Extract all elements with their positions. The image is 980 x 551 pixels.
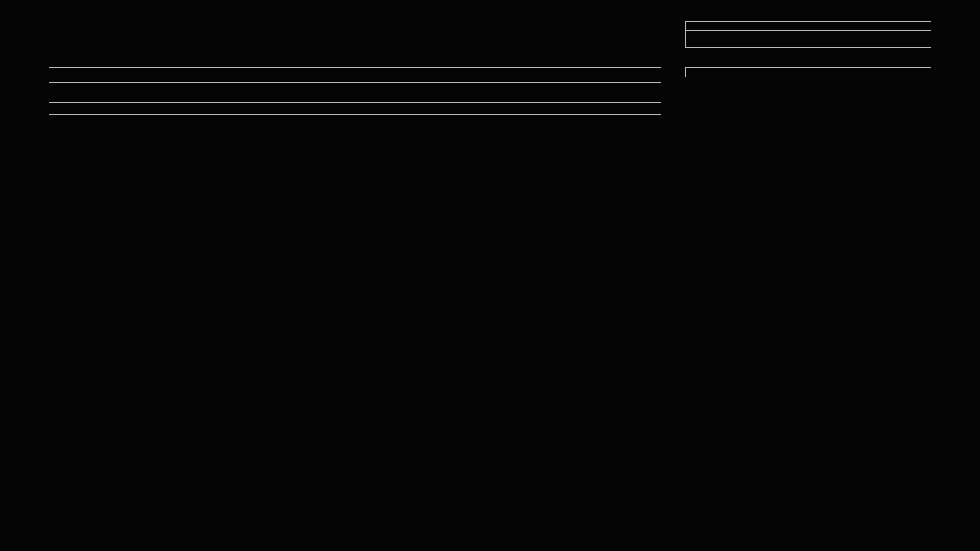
element-detail-title <box>686 22 931 31</box>
display-mode-value[interactable] <box>685 67 931 77</box>
blocks-box <box>49 102 661 115</box>
element-detail-panel <box>685 21 931 48</box>
families-box <box>49 67 661 83</box>
